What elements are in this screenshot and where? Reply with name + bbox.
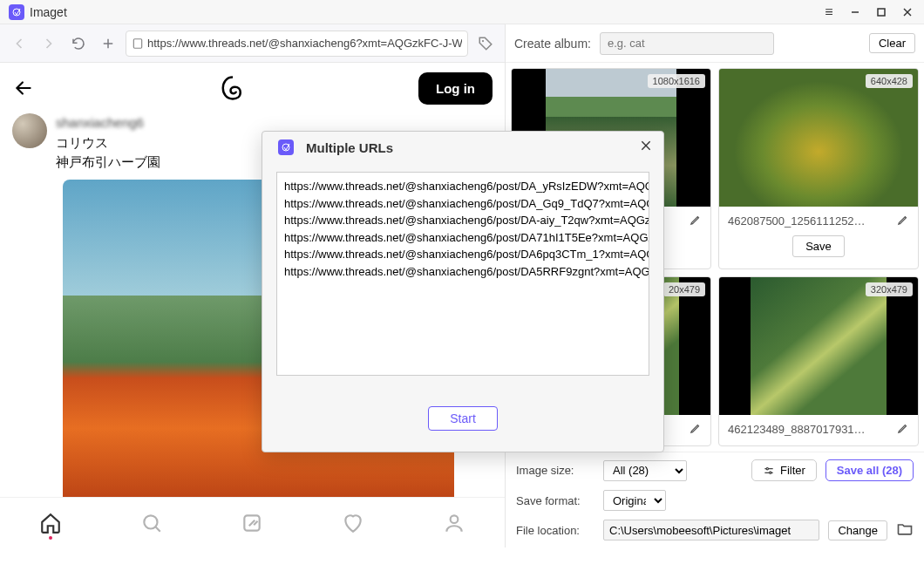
- svg-point-16: [770, 472, 771, 473]
- image-size-select[interactable]: All (28): [603, 460, 687, 481]
- filter-button[interactable]: Filter: [751, 459, 817, 481]
- nav-search-icon[interactable]: [140, 512, 163, 534]
- album-label: Create album:: [514, 37, 591, 51]
- nav-compose-icon[interactable]: [241, 512, 263, 534]
- dimension-badge: 1080x1616: [648, 74, 705, 88]
- svg-point-15: [766, 467, 768, 469]
- url-input[interactable]: [147, 37, 462, 50]
- image-card[interactable]: 640x428 462087500_1256111252365639_26 Sa…: [718, 68, 919, 269]
- svg-point-9: [144, 515, 157, 528]
- folder-icon[interactable]: [896, 520, 914, 540]
- reload-icon[interactable]: [66, 31, 91, 56]
- edit-icon[interactable]: [897, 214, 909, 228]
- start-button[interactable]: Start: [428, 406, 498, 431]
- bottom-controls: Image size: All (28) Filter Save all (28…: [506, 452, 924, 547]
- post-line-2: 神戸布引ハーブ園: [56, 153, 160, 173]
- svg-point-12: [451, 515, 459, 523]
- threads-back-icon[interactable]: [12, 77, 47, 99]
- filename: 462087500_1256111252365639_26: [728, 214, 867, 228]
- login-button[interactable]: Log in: [418, 72, 493, 105]
- save-button[interactable]: Save: [792, 235, 845, 257]
- image-card[interactable]: 320x479 462123489_888701793192226_295: [718, 276, 919, 447]
- browser-toolbar: [0, 24, 505, 63]
- thumbnail: 320x479: [719, 277, 918, 415]
- nav-activity-icon[interactable]: [342, 512, 364, 534]
- edit-icon[interactable]: [897, 422, 909, 437]
- app-name: Imaget: [30, 5, 67, 19]
- maximize-button[interactable]: [868, 1, 894, 24]
- dimension-badge: 20x479: [663, 282, 705, 296]
- app-logo-icon: [9, 4, 24, 20]
- titlebar: Imaget ≡: [0, 0, 924, 24]
- hamburger-menu[interactable]: ≡: [816, 1, 842, 24]
- file-location-input[interactable]: [603, 520, 819, 540]
- modal-title: Multiple URLs: [306, 140, 632, 155]
- save-all-button[interactable]: Save all (28): [825, 459, 914, 481]
- svg-line-10: [155, 527, 160, 531]
- modal-close-icon[interactable]: [639, 139, 653, 156]
- clear-button[interactable]: Clear: [869, 33, 915, 53]
- dimension-badge: 640x428: [866, 74, 913, 88]
- dimension-badge: 320x479: [866, 282, 913, 296]
- nav-forward-icon[interactable]: [37, 31, 61, 56]
- edit-icon[interactable]: [690, 214, 702, 228]
- tag-icon[interactable]: [473, 31, 498, 56]
- avatar: [12, 113, 47, 148]
- nav-home-icon[interactable]: [39, 512, 62, 534]
- svg-rect-2: [878, 9, 885, 16]
- threads-bottom-nav: [0, 497, 505, 547]
- url-box: [126, 31, 468, 57]
- save-format-select[interactable]: Original: [603, 490, 666, 511]
- svg-point-8: [482, 39, 484, 41]
- edit-icon[interactable]: [690, 422, 702, 437]
- thumbnail: 640x428: [719, 69, 918, 207]
- filename: 462123489_888701793192226_295: [728, 423, 867, 436]
- svg-rect-7: [133, 38, 141, 48]
- modal-logo-icon: [278, 139, 294, 155]
- save-format-label: Save format:: [516, 494, 594, 507]
- threads-header: Log in: [0, 63, 505, 113]
- album-input[interactable]: [600, 32, 774, 55]
- album-header: Create album: Clear: [506, 24, 924, 63]
- multiple-urls-dialog: Multiple URLs Start: [262, 131, 664, 452]
- close-button[interactable]: [894, 1, 921, 24]
- profile-username: shanxiacheng6: [56, 113, 144, 133]
- change-button[interactable]: Change: [828, 520, 887, 540]
- post-line-1: コリウス: [56, 133, 160, 153]
- threads-logo-icon: [47, 75, 418, 101]
- minimize-button[interactable]: [842, 1, 868, 24]
- nav-back-icon[interactable]: [7, 31, 31, 56]
- page-icon: [132, 37, 147, 50]
- image-size-label: Image size:: [516, 464, 594, 477]
- urls-textarea[interactable]: [276, 172, 649, 376]
- new-tab-icon[interactable]: [96, 31, 120, 56]
- nav-profile-icon[interactable]: [443, 512, 465, 534]
- file-location-label: File location:: [516, 524, 594, 537]
